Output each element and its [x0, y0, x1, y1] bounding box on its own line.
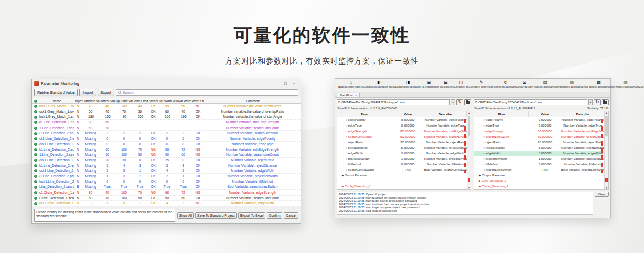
tree-row[interactable]: rejectRatio 20.000000 Number Variable, r…: [337, 140, 467, 145]
compare-path-input[interactable]: D:/SMT-Files/BaoZhong 20240422/Duplicato…: [474, 99, 587, 105]
minimize-button[interactable]: –: [273, 80, 281, 87]
toolbar-item[interactable]: ↻ Refresh compare: [495, 80, 516, 88]
tree-row[interactable]: fitMethod 0.000000 Number Variable, fitM…: [337, 162, 467, 167]
tree-row[interactable]: rejectRatio 20.000000 Number Variable, r…: [474, 140, 604, 145]
log-output[interactable]: 2024/05/03 21:19:35 :Open diff project 2…: [337, 192, 593, 215]
tree-row[interactable]: fitMethod 0.000000 Number Variable, fitM…: [474, 162, 604, 167]
tree-row[interactable]: Line_Detection_2: [474, 178, 604, 184]
tree-row[interactable]: rejectDistance 5.000000 Number Variable,…: [337, 145, 467, 151]
tree-row[interactable]: searchLineCount 30.000000 Number Variabl…: [474, 134, 604, 140]
toolbar-item[interactable]: ◧ Expansion operator block: [364, 80, 395, 88]
column-header[interactable]: Status: [148, 98, 159, 103]
scrollbar[interactable]: ▲ ▼: [467, 111, 471, 189]
scrollbar-thumb[interactable]: [605, 116, 608, 136]
toolbar-item[interactable]: ⌂ Back to main screen: [338, 80, 364, 88]
scroll-up-icon[interactable]: ▲: [605, 111, 608, 114]
tree-row[interactable]: Output Paramter: [337, 173, 467, 178]
toolbar-item[interactable]: ▦ UI scripts comparison: [585, 80, 612, 88]
toolbar-item[interactable]: ▨ Event comparison: [639, 80, 644, 88]
column-header[interactable]: Comment: [204, 98, 301, 103]
scrollbar[interactable]: ▲ ▼: [604, 111, 608, 189]
toolbar-item[interactable]: ⊟ Fold content: [438, 80, 453, 88]
chevron-down-icon[interactable]: ▾: [588, 99, 593, 105]
column-header[interactable]: Describe: [561, 111, 604, 117]
column-header[interactable]: Standard Value: [82, 98, 99, 103]
table-row[interactable]: k1.Line_Detection_2.edgeStren N Missing …: [32, 147, 301, 153]
table-row[interactable]: lock1.Grey_Match_1.startAngle N -180 -10…: [32, 114, 301, 120]
scroll-up-icon[interactable]: ▲: [467, 111, 471, 114]
toolbar-item[interactable]: ▤ Process comparison: [532, 80, 558, 88]
tree-row[interactable]: Circle_Detection_1: [337, 184, 467, 189]
tree-row[interactable]: rejectDistance 5.000000 Number Variable,…: [474, 145, 604, 151]
footer-button[interactable]: Export To Excel: [238, 212, 266, 219]
toolbar-item[interactable]: ✎ Compare differences: [468, 80, 495, 88]
table-row[interactable]: ock1.Grey_Match_1.overlapRati N 50 40 70…: [32, 109, 301, 115]
toolbar-button[interactable]: Retrive Standard Value: [34, 89, 78, 96]
tab-close-icon[interactable]: ×: [355, 94, 357, 97]
chevron-down-icon[interactable]: ▾: [451, 99, 455, 105]
message-box[interactable]: Please identify the missing items in the…: [34, 209, 175, 222]
table-row[interactable]: 1.Line_Detection_1.searchLine N 60 30 Nu…: [32, 125, 301, 131]
toolbar-item[interactable]: ▥ Variables comparison: [558, 80, 585, 88]
tree-row[interactable]: searchLinesSwitch True Bool Variable, se…: [474, 167, 604, 173]
table-row[interactable]: lock1.Grey_Match_1.minScore N 70 40 100 …: [32, 104, 301, 109]
column-header[interactable]: Type: [74, 98, 82, 103]
tree-row[interactable]: projectionWidth 1.000000 Number Variable…: [474, 156, 604, 162]
open-folder-icon[interactable]: [602, 99, 609, 105]
column-header[interactable]: Down Limit Value: [132, 98, 148, 103]
footer-button[interactable]: Save To Standard Project: [195, 212, 237, 219]
table-row[interactable]: lock1.Line_Detection_2.fitMetho N Missin…: [32, 179, 301, 185]
toolbar-button[interactable]: Export: [98, 89, 114, 96]
tree-row[interactable]: searchLinesSwitch True Bool Variable, se…: [337, 167, 467, 173]
column-header[interactable]: Down Warn Value: [175, 98, 192, 103]
table-row[interactable]: Circle_Detection_1.searchLine N 60 70 10…: [32, 196, 301, 201]
tab-mainflow[interactable]: MainFlow ×: [337, 93, 360, 97]
table-row[interactable]: /1.Line_Detection_2.projections N Missin…: [32, 174, 301, 179]
title-bar[interactable]: Parameter Monitoring – □ ×: [32, 79, 301, 88]
tree-row[interactable]: edgeType 0.000000 Number Variable, edgeT…: [337, 123, 467, 129]
tree-row[interactable]: edgeType 0.000000 Number Variable, edgeT…: [474, 123, 604, 129]
table-row[interactable]: k1.Line_Detection_1.edgeStre N 80 60 Num…: [32, 120, 301, 125]
column-header[interactable]: Flow: [474, 111, 529, 117]
column-header[interactable]: Name: [39, 98, 74, 103]
refresh-icon[interactable]: ↻: [594, 99, 601, 105]
tree-row[interactable]: searchLineCount 60.000000 Number Variabl…: [337, 134, 467, 140]
tree-row[interactable]: edgePolarity 0.000000 Number Variable, e…: [474, 117, 604, 123]
toolbar-item[interactable]: ⊡ Export to csv: [516, 80, 532, 88]
tree-row[interactable]: projectionWidth 1.000000 Number Variable…: [337, 156, 467, 162]
toolbar-item[interactable]: ⊞ Full expansion: [420, 80, 438, 88]
column-header[interactable]: Current Value: [99, 98, 116, 103]
scroll-down-icon[interactable]: ▼: [605, 186, 608, 189]
tree-row[interactable]: edgeWidth 3.000000 Number Variable, edge…: [337, 151, 467, 156]
table-row[interactable]: k1.Line_Detection_2.rejectDista N Missin…: [32, 163, 301, 169]
toolbar-button[interactable]: Import: [79, 89, 96, 96]
table-row[interactable]: 1.Line_Detection_2.searchLines N Missing…: [32, 152, 301, 158]
tree-row[interactable]: edgeStrength 60.000000 Number Variable, …: [474, 129, 604, 134]
toolbar-item[interactable]: ▧ UI widget comparison: [612, 80, 639, 88]
refresh-icon[interactable]: ↻: [456, 99, 463, 105]
column-header[interactable]: Flow: [337, 111, 391, 117]
source-path-input[interactable]: D:/SMT-Files/BaoZhong 20240422/Prototype…: [337, 99, 450, 105]
table-row[interactable]: ck1.Line_Detection_2.edgePola N Missing …: [32, 136, 301, 142]
table-row[interactable]: /1.Line_Detection_2.searchDire N Missing…: [32, 131, 301, 136]
open-folder-icon[interactable]: [464, 99, 471, 105]
column-header[interactable]: Up Warn Value: [159, 98, 175, 103]
footer-button[interactable]: Confirm: [267, 212, 282, 219]
table-row[interactable]: ock1.Line_Detection_2.rejectRa N Missing…: [32, 158, 301, 163]
tree-row[interactable]: edgeWidth 3.000000 Number Variable, edge…: [474, 151, 604, 156]
search-input[interactable]: Search: [116, 89, 298, 96]
scrollbar-thumb[interactable]: [468, 116, 470, 136]
tree-row[interactable]: Circle_Detection_1: [474, 184, 604, 189]
column-header[interactable]: Value: [529, 111, 561, 117]
close-button[interactable]: ×: [290, 80, 298, 87]
scroll-down-icon[interactable]: ▼: [467, 186, 471, 189]
table-row[interactable]: Line_Detection_2.searchLines B Missing T…: [32, 184, 301, 190]
footer-button[interactable]: Cancel: [284, 212, 298, 219]
toolbar-item[interactable]: ◨ Expansion operator: [395, 80, 420, 88]
maximize-button[interactable]: □: [281, 80, 290, 87]
toolbar-item[interactable]: ◫ Compare all: [453, 80, 468, 88]
column-header[interactable]: Describe: [424, 111, 467, 117]
tree-row[interactable]: edgePolarity 0.000000 Number Variable, e…: [337, 117, 467, 123]
tree-row[interactable]: [337, 178, 467, 184]
tree-row[interactable]: edgeStrength 80.000000 Number Variable, …: [337, 129, 467, 134]
